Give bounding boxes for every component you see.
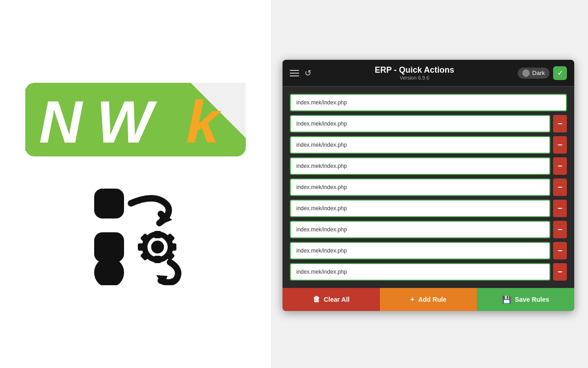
svg-point-9 bbox=[151, 241, 164, 253]
input-row: − bbox=[290, 136, 567, 154]
app-version: Version 6.9.6 bbox=[311, 75, 518, 80]
erp-header: ↺ ERP - Quick Actions Version 6.9.6 Dark… bbox=[283, 60, 574, 86]
input-row: − bbox=[290, 263, 567, 281]
remove-rule-button[interactable]: − bbox=[553, 157, 567, 175]
svg-rect-18 bbox=[94, 258, 124, 285]
svg-rect-12 bbox=[138, 243, 145, 251]
dark-label: Dark bbox=[532, 69, 545, 76]
svg-rect-11 bbox=[154, 256, 161, 263]
erp-footer: 🗑 Clear All + Add Rule 💾 Save Rules bbox=[283, 288, 574, 311]
header-center: ERP - Quick Actions Version 6.9.6 bbox=[311, 65, 518, 80]
svg-text:k: k bbox=[186, 88, 222, 155]
remove-rule-button[interactable]: − bbox=[553, 263, 567, 281]
input-row: − bbox=[290, 157, 567, 175]
url-input[interactable] bbox=[290, 242, 550, 259]
input-row: − bbox=[290, 221, 567, 238]
trash-icon: 🗑 bbox=[313, 295, 320, 304]
confirm-button[interactable]: ✓ bbox=[553, 66, 567, 80]
url-input[interactable] bbox=[290, 200, 550, 217]
save-rules-button[interactable]: 💾 Save Rules bbox=[477, 288, 574, 311]
input-row: − bbox=[290, 178, 567, 196]
check-icon: ✓ bbox=[557, 69, 563, 77]
url-input[interactable] bbox=[290, 221, 550, 238]
header-right: Dark ✓ bbox=[518, 66, 567, 80]
svg-rect-13 bbox=[169, 243, 176, 251]
workflow-icon bbox=[90, 184, 181, 285]
header-left: ↺ bbox=[290, 68, 311, 78]
input-row: − bbox=[290, 115, 567, 132]
plus-icon: + bbox=[410, 295, 414, 304]
refresh-icon[interactable]: ↺ bbox=[305, 68, 311, 78]
url-input[interactable] bbox=[290, 115, 550, 132]
input-row: − bbox=[290, 242, 567, 259]
remove-rule-button[interactable]: − bbox=[553, 115, 567, 132]
left-panel: N W k bbox=[0, 0, 271, 368]
app-title: ERP - Quick Actions bbox=[311, 65, 518, 75]
add-rule-label: Add Rule bbox=[418, 296, 446, 303]
remove-rule-button[interactable]: − bbox=[553, 178, 567, 196]
toggle-circle bbox=[522, 69, 530, 77]
svg-text:W: W bbox=[96, 88, 157, 155]
nwk-logo: N W k bbox=[25, 83, 246, 156]
url-input[interactable] bbox=[290, 136, 550, 154]
url-input[interactable] bbox=[290, 157, 550, 175]
add-rule-button[interactable]: + Add Rule bbox=[380, 288, 477, 311]
erp-content: − − − − − − − − bbox=[283, 86, 574, 288]
remove-rule-button[interactable]: − bbox=[553, 242, 567, 259]
save-icon: 💾 bbox=[502, 295, 511, 304]
clear-all-label: Clear All bbox=[324, 296, 350, 303]
save-rules-label: Save Rules bbox=[515, 296, 549, 303]
remove-rule-button[interactable]: − bbox=[553, 200, 567, 217]
first-url-input[interactable] bbox=[290, 94, 567, 111]
url-input[interactable] bbox=[290, 178, 550, 196]
remove-rule-button[interactable]: − bbox=[553, 136, 567, 154]
erp-panel: ↺ ERP - Quick Actions Version 6.9.6 Dark… bbox=[283, 60, 574, 311]
svg-rect-10 bbox=[154, 231, 161, 238]
svg-text:N: N bbox=[39, 88, 84, 155]
hamburger-menu-icon[interactable] bbox=[290, 70, 299, 76]
dark-mode-toggle[interactable]: Dark bbox=[518, 68, 549, 79]
first-input-row bbox=[290, 94, 567, 111]
remove-rule-button[interactable]: − bbox=[553, 221, 567, 238]
svg-rect-5 bbox=[94, 189, 124, 218]
input-row: − bbox=[290, 200, 567, 217]
url-input[interactable] bbox=[290, 263, 550, 281]
clear-all-button[interactable]: 🗑 Clear All bbox=[283, 288, 380, 311]
